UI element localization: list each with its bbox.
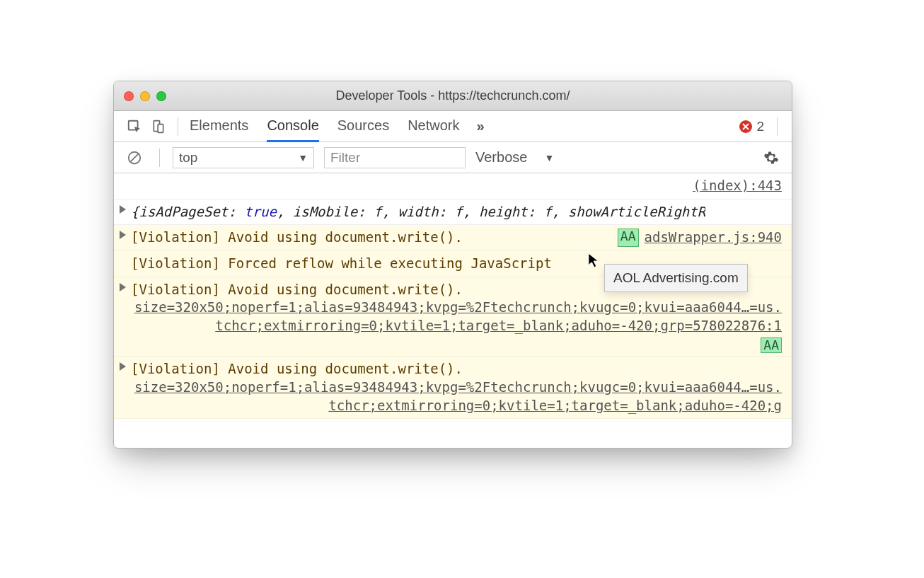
console-settings-icon[interactable]: [759, 146, 783, 170]
tabbar-right: 2: [739, 117, 783, 136]
filter-input[interactable]: Filter: [324, 147, 466, 168]
violation-message: [Violation] Avoid using document.write()…: [131, 229, 463, 247]
panel-tabs: Elements Console Sources Network: [190, 111, 460, 142]
inspect-element-icon[interactable]: [122, 115, 146, 139]
third-party-badge[interactable]: AA: [618, 229, 639, 247]
svg-rect-2: [158, 124, 163, 132]
svg-line-4: [130, 153, 139, 162]
expand-toggle-icon[interactable]: [120, 231, 126, 239]
expand-toggle-icon[interactable]: [120, 283, 126, 291]
error-count: 2: [756, 119, 764, 134]
zoom-window-button[interactable]: [156, 91, 166, 101]
device-toolbar-icon[interactable]: [146, 115, 171, 139]
error-count-badge[interactable]: 2: [739, 119, 764, 134]
context-selector[interactable]: top ▼: [173, 147, 314, 168]
filter-placeholder: Filter: [330, 150, 360, 166]
violation-message: [Violation] Avoid using document.write()…: [131, 360, 463, 378]
separator: [777, 117, 778, 136]
console-row-object: {isAdPageSet: true, isMobile: f, width: …: [114, 200, 792, 226]
tab-console[interactable]: Console: [267, 111, 318, 142]
log-level-value: Verbose: [475, 149, 527, 166]
message-source-link[interactable]: adsWrapper.js:940: [645, 229, 782, 247]
violation-message: [Violation] Forced reflow while executin…: [131, 255, 552, 273]
window-title: Developer Tools - https://techcrunch.com…: [114, 88, 792, 103]
tab-network[interactable]: Network: [408, 111, 459, 142]
object-preview[interactable]: {isAdPageSet: true, isMobile: f, width: …: [131, 203, 705, 221]
console-row-source-only: (index):443: [114, 173, 792, 200]
message-source-link[interactable]: (index):443: [693, 177, 782, 195]
titlebar: Developer Tools - https://techcrunch.com…: [114, 81, 792, 111]
console-row-violation: [Violation] Avoid using document.write()…: [114, 225, 792, 251]
separator: [159, 149, 160, 167]
badge-tooltip: AOL Advertising.com: [604, 264, 748, 292]
tab-sources[interactable]: Sources: [337, 111, 389, 142]
context-value: top: [179, 150, 197, 166]
message-source-link[interactable]: size=320x50;noperf=1;alias=93484943;kvpg…: [131, 299, 782, 335]
expand-toggle-icon[interactable]: [120, 362, 126, 371]
message-source-link[interactable]: size=320x50;noperf=1;alias=93484943;kvpg…: [131, 378, 782, 415]
expand-toggle-icon[interactable]: [120, 205, 126, 214]
traffic-lights: [124, 91, 166, 101]
dropdown-icon: ▼: [544, 152, 554, 163]
devtools-window: Developer Tools - https://techcrunch.com…: [113, 81, 792, 449]
third-party-badge[interactable]: AA: [761, 337, 782, 354]
log-level-selector[interactable]: Verbose ▼: [475, 149, 554, 166]
console-toolbar: top ▼ Filter Verbose ▼: [114, 142, 792, 173]
tab-elements[interactable]: Elements: [190, 111, 248, 142]
violation-message: [Violation] Avoid using document.write()…: [131, 281, 463, 299]
clear-console-icon[interactable]: [122, 146, 146, 170]
minimize-window-button[interactable]: [140, 91, 150, 101]
close-window-button[interactable]: [124, 91, 134, 101]
console-messages: (index):443 {isAdPageSet: true, isMobile…: [114, 173, 792, 448]
separator: [178, 117, 178, 136]
error-icon: [739, 120, 752, 133]
dropdown-icon: ▼: [298, 152, 308, 163]
more-tabs-button[interactable]: »: [477, 118, 485, 134]
devtools-tabbar: Elements Console Sources Network » 2: [114, 111, 792, 142]
console-row-violation: [Violation] Avoid using document.write()…: [114, 357, 792, 419]
